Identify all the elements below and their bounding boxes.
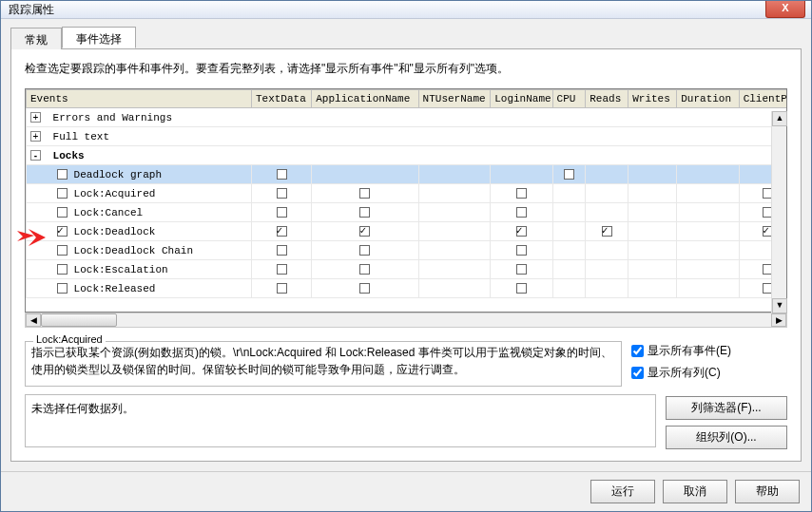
event-checkbox[interactable] xyxy=(57,245,68,256)
titlebar: 跟踪属性 X xyxy=(1,1,811,19)
expander-icon[interactable]: + xyxy=(30,131,41,142)
tab-strip: 常规 事件选择 xyxy=(10,27,802,49)
cell-checkbox[interactable] xyxy=(602,226,612,237)
event-checkbox[interactable] xyxy=(57,207,68,218)
show-all-events-label: 显示所有事件(E) xyxy=(648,343,731,359)
column-filter-button[interactable]: 列筛选器(F)... xyxy=(666,396,787,420)
event-row[interactable]: Lock:Released xyxy=(27,279,788,298)
column-header[interactable]: TextData xyxy=(251,90,311,108)
events-grid: EventsTextDataApplicationNameNTUserNameL… xyxy=(25,88,787,313)
svg-marker-1 xyxy=(29,229,46,246)
cell-checkbox[interactable] xyxy=(277,264,287,275)
event-checkbox[interactable] xyxy=(57,226,68,237)
no-data-text: 未选择任何数据列。 xyxy=(31,402,134,415)
organize-columns-button[interactable]: 组织列(O)... xyxy=(666,426,787,449)
tab-general[interactable]: 常规 xyxy=(10,28,62,49)
h-scroll-track[interactable] xyxy=(41,313,771,327)
cell-checkbox[interactable] xyxy=(516,283,527,294)
column-header[interactable]: Writes xyxy=(628,90,677,108)
event-row[interactable]: Lock:Acquired xyxy=(27,184,788,203)
event-checkbox[interactable] xyxy=(57,169,68,180)
event-checkbox[interactable] xyxy=(57,264,68,275)
window-title: 跟踪属性 xyxy=(9,2,54,18)
scroll-right-button[interactable]: ▶ xyxy=(771,313,786,327)
column-header[interactable]: ClientP xyxy=(739,90,787,108)
cell-checkbox[interactable] xyxy=(277,207,287,218)
event-checkbox[interactable] xyxy=(57,283,68,294)
event-checkbox[interactable] xyxy=(57,188,68,199)
scroll-left-button[interactable]: ◀ xyxy=(26,313,41,327)
cell-checkbox[interactable] xyxy=(516,226,527,237)
cell-checkbox[interactable] xyxy=(516,264,527,275)
cell-checkbox[interactable] xyxy=(277,283,287,294)
events-grid-wrap: EventsTextDataApplicationNameNTUserNameL… xyxy=(25,88,787,328)
red-arrow-annotation xyxy=(17,227,46,248)
cell-checkbox[interactable] xyxy=(516,245,527,256)
grid-horizontal-scrollbar[interactable]: ◀ ▶ xyxy=(25,313,787,328)
column-header[interactable]: Reads xyxy=(586,90,628,108)
scroll-up-button[interactable]: ▲ xyxy=(772,111,787,126)
show-all-events-input[interactable] xyxy=(631,345,644,357)
cell-checkbox[interactable] xyxy=(359,283,370,294)
run-button[interactable]: 运行 xyxy=(590,480,655,503)
no-data-column-box: 未选择任何数据列。 xyxy=(25,394,656,447)
cell-checkbox[interactable] xyxy=(359,245,370,256)
expander-icon[interactable]: - xyxy=(30,150,41,161)
column-header[interactable]: ApplicationName xyxy=(312,90,418,108)
event-row[interactable]: Lock:Escalation xyxy=(27,260,788,279)
cell-checkbox[interactable] xyxy=(516,207,527,218)
cell-checkbox[interactable] xyxy=(516,188,527,199)
group-row[interactable]: + Full text xyxy=(27,127,788,146)
cell-checkbox[interactable] xyxy=(564,169,574,180)
cell-checkbox[interactable] xyxy=(359,188,370,199)
cancel-button[interactable]: 取消 xyxy=(663,480,727,503)
dialog-button-bar: 运行 取消 帮助 xyxy=(1,471,811,511)
display-options: 显示所有事件(E) 显示所有列(C) xyxy=(631,335,787,381)
event-row[interactable]: Lock:Deadlock Chain xyxy=(27,241,788,260)
group-row[interactable]: - Locks xyxy=(27,146,788,165)
column-header[interactable]: NTUserName xyxy=(418,90,491,108)
grid-vertical-scrollbar[interactable]: ▲ ▼ xyxy=(771,111,786,313)
description-box: Lock:Acquired 指示已获取某个资源(例如数据页)的锁。\r\nLoc… xyxy=(25,341,622,387)
events-tab-page: 检查选定要跟踪的事件和事件列。要查看完整列表，请选择"显示所有事件"和"显示所有… xyxy=(10,49,802,462)
column-header[interactable]: Events xyxy=(27,90,252,108)
trace-properties-window: 跟踪属性 X 常规 事件选择 检查选定要跟踪的事件和事件列。要查看完整列表，请选… xyxy=(0,0,812,512)
event-row[interactable]: Lock:Cancel xyxy=(27,203,788,222)
description-legend: Lock:Acquired xyxy=(33,333,106,345)
close-button[interactable]: X xyxy=(765,1,805,18)
content-area: 常规 事件选择 检查选定要跟踪的事件和事件列。要查看完整列表，请选择"显示所有事… xyxy=(1,19,811,471)
show-all-columns-input[interactable] xyxy=(631,367,644,379)
cell-checkbox[interactable] xyxy=(359,207,370,218)
show-all-columns-checkbox[interactable]: 显示所有列(C) xyxy=(631,365,787,381)
h-scroll-thumb[interactable] xyxy=(41,313,117,327)
event-row[interactable]: Lock:Deadlock xyxy=(27,222,788,241)
expander-icon[interactable]: + xyxy=(30,112,41,123)
tab-events-selection[interactable]: 事件选择 xyxy=(62,27,136,48)
help-button[interactable]: 帮助 xyxy=(735,480,800,503)
instruction-text: 检查选定要跟踪的事件和事件列。要查看完整列表，请选择"显示所有事件"和"显示所有… xyxy=(25,61,787,77)
cell-checkbox[interactable] xyxy=(277,188,287,199)
show-all-events-checkbox[interactable]: 显示所有事件(E) xyxy=(631,343,787,359)
cell-checkbox[interactable] xyxy=(277,226,287,237)
cell-checkbox[interactable] xyxy=(277,245,287,256)
event-row[interactable]: Deadlock graph xyxy=(27,165,788,184)
show-all-columns-label: 显示所有列(C) xyxy=(648,365,721,381)
column-header[interactable]: LoginName xyxy=(491,90,552,108)
cell-checkbox[interactable] xyxy=(277,169,287,180)
group-row[interactable]: + Errors and Warnings xyxy=(27,108,788,127)
cell-checkbox[interactable] xyxy=(359,226,370,237)
column-header[interactable]: CPU xyxy=(552,90,586,108)
description-text: 指示已获取某个资源(例如数据页)的锁。\r\nLock:Acquired 和 L… xyxy=(31,344,615,378)
column-header[interactable]: Duration xyxy=(677,90,739,108)
cell-checkbox[interactable] xyxy=(359,264,370,275)
side-buttons: 列筛选器(F)... 组织列(O)... xyxy=(666,396,787,449)
scroll-down-button[interactable]: ▼ xyxy=(772,298,787,313)
